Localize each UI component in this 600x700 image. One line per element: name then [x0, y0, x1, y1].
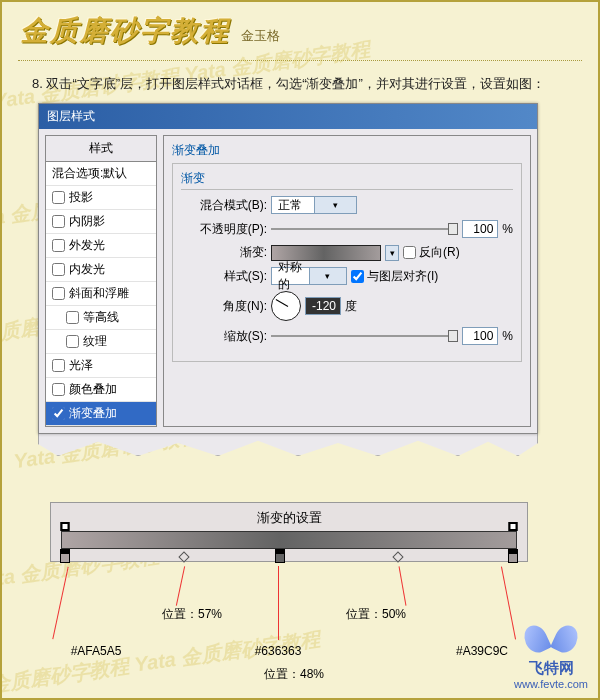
stop-2-pos-label: 位置：48% — [264, 666, 324, 683]
chevron-down-icon: ▾ — [309, 268, 347, 284]
gradient-label: 渐变: — [181, 244, 267, 261]
style-item-0[interactable]: 投影 — [46, 186, 156, 210]
color-2-label: #636363 — [255, 644, 302, 658]
page-subtitle: 金玉格 — [241, 28, 280, 43]
style-item-3[interactable]: 内发光 — [46, 258, 156, 282]
style-item-6[interactable]: 纹理 — [46, 330, 156, 354]
scale-value[interactable]: 100 — [462, 327, 498, 345]
panel-group-title: 渐变叠加 — [172, 142, 522, 159]
style-item-5[interactable]: 等高线 — [46, 306, 156, 330]
align-with-layer-checkbox[interactable]: 与图层对齐(I) — [351, 268, 438, 285]
angle-label: 角度(N): — [181, 298, 267, 315]
gradient-overlay-panel: 渐变叠加 渐变 混合模式(B): 正常 ▾ 不透明度(P): 100 % — [163, 135, 531, 427]
midpoint-2-label: 位置：50% — [346, 606, 406, 623]
angle-value[interactable]: -120 — [305, 297, 341, 315]
torn-edge-decoration — [38, 434, 538, 456]
blend-options-default[interactable]: 混合选项:默认 — [46, 162, 156, 186]
page-title: 金质磨砂字教程 — [20, 12, 230, 50]
chevron-down-icon: ▾ — [314, 197, 357, 213]
color-1-label: #AFA5A5 — [71, 644, 122, 658]
scale-slider[interactable] — [271, 335, 458, 337]
scale-unit: % — [502, 329, 513, 343]
footer-url: www.fevte.com — [514, 678, 588, 690]
style-item-8[interactable]: 颜色叠加 — [46, 378, 156, 402]
step-body: 双击“文字底”层，打开图层样式对话框，勾选“渐变叠加”，并对其进行设置，设置如图… — [46, 76, 544, 91]
wings-icon — [523, 625, 579, 659]
blend-mode-combo[interactable]: 正常 ▾ — [271, 196, 357, 214]
opacity-value[interactable]: 100 — [462, 220, 498, 238]
color-3-label: #A39C9C — [456, 644, 508, 658]
opacity-label: 不透明度(P): — [181, 221, 267, 238]
scale-label: 缩放(S): — [181, 328, 267, 345]
layer-style-dialog: 图层样式 样式 混合选项:默认 投影内阴影外发光内发光斜面和浮雕等高线纹理光泽颜… — [38, 103, 538, 434]
opacity-stop-left[interactable] — [60, 522, 69, 531]
angle-dial[interactable] — [271, 291, 301, 321]
gradient-picker-arrow[interactable]: ▾ — [385, 245, 399, 261]
style-combo[interactable]: 对称的 ▾ — [271, 267, 347, 285]
opacity-stop-right[interactable] — [509, 522, 518, 531]
header-divider — [18, 60, 582, 61]
style-item-1[interactable]: 内阴影 — [46, 210, 156, 234]
styles-list-header[interactable]: 样式 — [46, 136, 156, 162]
step-instruction: 8. 双击“文字底”层，打开图层样式对话框，勾选“渐变叠加”，并对其进行设置，设… — [2, 65, 598, 101]
gradient-annotations: 位置：57% 位置：50% #AFA5A5 #636363 #A39C9C 位置… — [50, 562, 528, 692]
dialog-titlebar[interactable]: 图层样式 — [39, 104, 537, 129]
step-number: 8. — [32, 76, 43, 91]
styles-list-panel: 样式 混合选项:默认 投影内阴影外发光内发光斜面和浮雕等高线纹理光泽颜色叠加渐变… — [45, 135, 157, 427]
gradient-editor-title: 渐变的设置 — [61, 509, 517, 527]
footer-site-name: 飞特网 — [514, 659, 588, 678]
reverse-checkbox[interactable]: 反向(R) — [403, 244, 460, 261]
style-item-7[interactable]: 光泽 — [46, 354, 156, 378]
blend-mode-label: 混合模式(B): — [181, 197, 267, 214]
gradient-bar[interactable] — [61, 531, 517, 549]
gradient-editor: 渐变的设置 — [50, 502, 528, 562]
angle-unit: 度 — [345, 298, 357, 315]
opacity-unit: % — [502, 222, 513, 236]
midpoint-1-label: 位置：57% — [162, 606, 222, 623]
page-header: 金质磨砂字教程 金玉格 — [2, 2, 598, 56]
style-label: 样式(S): — [181, 268, 267, 285]
panel-group-sub: 渐变 — [181, 170, 513, 190]
style-item-4[interactable]: 斜面和浮雕 — [46, 282, 156, 306]
style-item-2[interactable]: 外发光 — [46, 234, 156, 258]
footer-logo: 飞特网 www.fevte.com — [514, 625, 588, 690]
style-item-9[interactable]: 渐变叠加 — [46, 402, 156, 426]
opacity-slider[interactable] — [271, 228, 458, 230]
